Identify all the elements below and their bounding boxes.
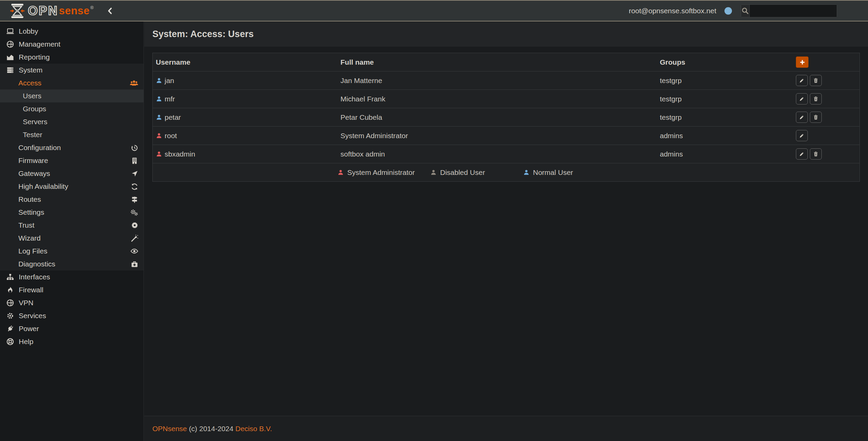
sidebar-item-system[interactable]: System [0,64,144,77]
refresh-icon [131,183,138,191]
pencil-icon [799,133,805,138]
add-user-button[interactable] [796,56,808,68]
sidebar-item-help[interactable]: Help [0,335,144,348]
laptop-icon [5,27,15,35]
full-name-cell: Petar Cubela [337,113,657,121]
map-signs-icon [131,196,138,203]
edit-user-button[interactable] [796,148,808,160]
fire-icon [5,286,15,294]
system-menu-section: System Access Users Groups Servers [0,64,144,271]
logged-in-user-menu[interactable]: root@opnsense.softbox.net [629,7,716,15]
username-cell: mfr [165,95,175,103]
sidebar-item-power[interactable]: Power [0,322,144,335]
sidebar-item-lobby[interactable]: Lobby [0,25,144,38]
full-name-cell: softbox admin [337,150,657,158]
trash-icon [813,114,819,120]
sidebar-item-firmware[interactable]: Firmware [0,154,144,167]
server-icon [5,66,15,74]
sidebar-item-groups[interactable]: Groups [0,102,144,115]
top-navbar: OPN sense ® root@opnsense.softbox.net [0,0,868,21]
sidebar-item-routes[interactable]: Routes [0,193,144,206]
pencil-icon [799,114,805,120]
sidebar-item-label: Diagnostics [18,260,55,268]
sidebar-item-access[interactable]: Access [0,77,144,89]
sidebar-item-configuration[interactable]: Configuration [0,141,144,154]
user-icon-normal [156,77,162,84]
column-header-username: Username [153,58,337,66]
brand-hourglass-icon [10,3,24,19]
sidebar-item-trust[interactable]: Trust [0,219,144,232]
user-icon-disabled [430,169,437,176]
sidebar-item-label: Management [19,40,61,48]
sidebar-item-label: Settings [18,208,44,216]
area-chart-icon [5,53,15,61]
sitemap-icon [5,273,15,281]
column-header-groups: Groups [657,58,793,66]
delete-user-button[interactable] [810,148,822,160]
sidebar-item-label: VPN [19,299,33,307]
sidebar-item-services[interactable]: Services [0,309,144,322]
edit-user-button[interactable] [796,93,808,104]
search-input[interactable] [750,5,837,17]
groups-cell: admins [657,150,793,158]
sidebar-item-vpn[interactable]: VPN [0,296,144,309]
sidebar-item-wizard[interactable]: Wizard [0,232,144,245]
groups-cell: testgrp [657,95,793,103]
sidebar-item-settings[interactable]: Settings [0,206,144,219]
page-title: System: Access: Users [152,29,254,39]
edit-user-button[interactable] [796,130,808,141]
trash-icon [813,78,819,83]
sidebar-item-high-availability[interactable]: High Availability [0,180,144,193]
sidebar-item-log-files[interactable]: Log Files [0,245,144,258]
opnsense-footer-link[interactable]: OPNsense [152,425,187,433]
pencil-icon [799,151,805,157]
sidebar-item-label: Interfaces [19,273,50,281]
delete-user-button[interactable] [810,93,822,104]
sidebar-item-firewall[interactable]: Firewall [0,283,144,296]
sidebar-item-reporting[interactable]: Reporting [0,51,144,64]
search-icon [741,7,749,15]
user-icon-admin [337,169,344,176]
sidebar-item-tester[interactable]: Tester [0,128,144,141]
opnsense-logo[interactable]: OPN sense ® [10,3,94,19]
sidebar-item-label: Log Files [18,247,47,255]
sidebar-item-gateways[interactable]: Gateways [0,167,144,180]
deciso-footer-link[interactable]: Deciso B.V. [235,425,272,433]
sidebar-item-users[interactable]: Users [0,89,144,102]
sidebar-item-label: Services [19,312,46,320]
full-name-cell: System Administrator [337,132,657,140]
medkit-icon [131,260,138,268]
collapse-sidebar-button[interactable] [106,6,115,16]
username-cell: jan [165,77,174,85]
table-header-row: Username Full name Groups [153,53,859,71]
eye-icon [130,247,138,255]
trash-icon [813,96,819,102]
sidebar-item-management[interactable]: Management [0,38,144,51]
sidebar-item-label: Configuration [18,144,61,152]
sidebar-item-label: Lobby [19,27,38,35]
sidebar-item-label: Tester [23,131,42,139]
plug-icon [5,325,15,333]
legend-label: Normal User [533,168,573,177]
history-icon [131,144,138,152]
edit-user-button[interactable] [796,112,808,123]
user-type-legend: System Administrator Disabled User Norma… [153,163,859,181]
delete-user-button[interactable] [810,75,822,86]
brand-opn-text: OPN [28,4,58,18]
edit-user-button[interactable] [796,75,808,86]
brand-sense-text: sense [59,5,89,17]
table-row: mfr Michael Frank testgrp [153,89,859,108]
sidebar-item-servers[interactable]: Servers [0,115,144,128]
sidebar-item-label: Firmware [18,157,48,165]
sidebar-item-interfaces[interactable]: Interfaces [0,271,144,283]
trash-icon [813,151,819,157]
full-name-cell: Michael Frank [337,95,657,103]
plus-icon [799,59,805,65]
user-icon-admin [156,132,162,139]
delete-user-button[interactable] [810,112,822,123]
sidebar-item-diagnostics[interactable]: Diagnostics [0,258,144,271]
groups-cell: testgrp [657,113,793,121]
pencil-icon [799,96,805,102]
global-search [741,4,837,17]
sidebar-item-label: High Availability [18,182,68,191]
